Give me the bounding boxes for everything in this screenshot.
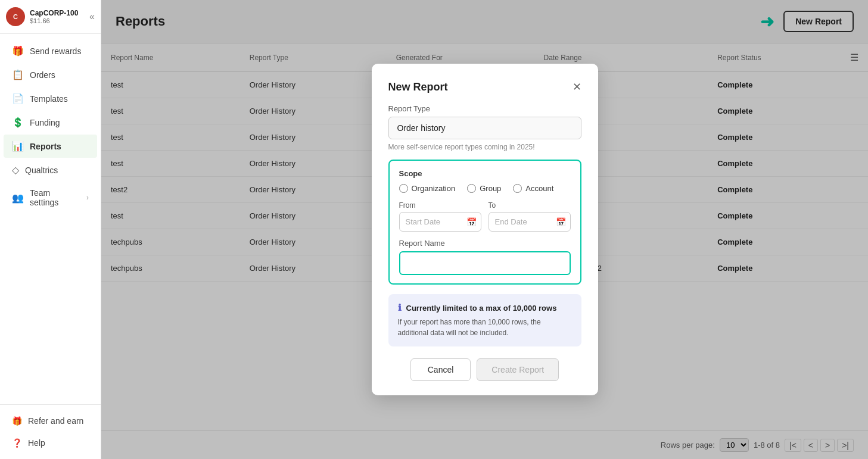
templates-icon: 📄: [12, 93, 24, 104]
date-row: From 📅 To 📅: [399, 201, 571, 232]
sidebar-bottom-label: Help: [28, 438, 45, 448]
start-date-input[interactable]: [399, 212, 481, 232]
collapse-sidebar-button[interactable]: «: [89, 11, 95, 22]
sidebar-item-team-settings[interactable]: 👥 Team settings ›: [4, 182, 97, 213]
info-title: Currently limited to a max of 10,000 row…: [406, 304, 557, 313]
help-icon: ❓: [12, 438, 22, 448]
to-field: To 📅: [489, 201, 571, 232]
sidebar-item-orders[interactable]: 📋 Orders: [4, 63, 97, 86]
report-type-display[interactable]: Order history: [388, 117, 581, 139]
scope-radio-account[interactable]: [513, 184, 522, 193]
info-text: If your report has more than 10,000 rows…: [398, 317, 572, 338]
funding-icon: 💲: [12, 117, 24, 128]
scope-option-account[interactable]: Account: [513, 184, 553, 193]
start-date-wrap: 📅: [399, 212, 481, 232]
user-name: CapCORP-100: [30, 9, 78, 17]
sidebar-item-label: Team settings: [30, 188, 80, 207]
chevron-right-icon: ›: [86, 193, 89, 202]
refer-icon: 🎁: [12, 416, 22, 426]
report-type-hint: More self-service report types coming in…: [388, 143, 581, 151]
close-modal-button[interactable]: ✕: [573, 80, 581, 93]
sidebar-item-send-rewards[interactable]: 🎁 Send rewards: [4, 39, 97, 63]
end-date-wrap: 📅: [489, 212, 571, 232]
team-settings-icon: 👥: [12, 192, 24, 204]
modal-overlay: New Report ✕ Report Type Order history M…: [101, 0, 868, 459]
report-name-label: Report Name: [399, 239, 571, 248]
report-name-input[interactable]: [399, 251, 571, 275]
report-type-label: Report Type: [388, 104, 581, 113]
new-report-modal: New Report ✕ Report Type Order history M…: [372, 64, 598, 395]
user-info: CapCORP-100 $11.66: [30, 9, 78, 24]
orders-icon: 📋: [12, 69, 24, 80]
sidebar-item-label: Reports: [30, 142, 61, 151]
scope-options: Organization Group Account: [399, 184, 571, 193]
sidebar-item-reports[interactable]: 📊 Reports: [4, 135, 97, 158]
user-balance: $11.66: [30, 17, 78, 24]
modal-footer: Cancel Create Report: [388, 358, 581, 381]
sidebar-item-templates[interactable]: 📄 Templates: [4, 87, 97, 110]
avatar: C: [6, 7, 25, 26]
scope-box: Scope Organization Group Account: [388, 160, 581, 285]
scope-radio-organization[interactable]: [399, 184, 408, 193]
sidebar-item-funding[interactable]: 💲 Funding: [4, 111, 97, 134]
to-label: To: [489, 201, 571, 210]
reports-icon: 📊: [12, 140, 24, 152]
scope-option-organization[interactable]: Organization: [399, 184, 456, 193]
main-content: Reports ➜ New Report Report Name Report …: [101, 0, 868, 459]
send-rewards-icon: 🎁: [12, 45, 24, 57]
scope-radio-group[interactable]: [467, 184, 476, 193]
sidebar-item-label: Templates: [30, 94, 68, 104]
sidebar-item-qualtrics[interactable]: ◇ Qualtrics: [4, 158, 97, 182]
sidebar-item-refer[interactable]: 🎁 Refer and earn: [4, 410, 97, 432]
from-label: From: [399, 201, 481, 210]
qualtrics-icon: ◇: [12, 164, 19, 176]
modal-header: New Report ✕: [388, 80, 581, 93]
sidebar-item-label: Orders: [30, 70, 55, 80]
info-box: ℹ Currently limited to a max of 10,000 r…: [388, 294, 581, 346]
cancel-button[interactable]: Cancel: [410, 358, 471, 381]
sidebar-bottom-label: Refer and earn: [28, 416, 83, 426]
sidebar-item-label: Send rewards: [30, 46, 81, 56]
sidebar-nav: 🎁 Send rewards 📋 Orders 📄 Templates 💲 Fu…: [0, 34, 101, 404]
info-box-header: ℹ Currently limited to a max of 10,000 r…: [398, 302, 572, 313]
create-report-button[interactable]: Create Report: [477, 358, 559, 381]
sidebar-user: C CapCORP-100 $11.66: [6, 7, 78, 26]
from-field: From 📅: [399, 201, 481, 232]
scope-label: Scope: [399, 169, 571, 178]
end-date-input[interactable]: [489, 212, 571, 232]
sidebar-bottom: 🎁 Refer and earn ❓ Help: [0, 404, 101, 459]
scope-option-group[interactable]: Group: [467, 184, 501, 193]
sidebar-header: C CapCORP-100 $11.66 «: [0, 0, 101, 34]
sidebar: C CapCORP-100 $11.66 « 🎁 Send rewards 📋 …: [0, 0, 101, 459]
modal-title: New Report: [388, 81, 448, 93]
sidebar-item-help[interactable]: ❓ Help: [4, 432, 97, 454]
sidebar-item-label: Qualtrics: [25, 166, 58, 175]
sidebar-item-label: Funding: [30, 118, 60, 127]
info-icon: ℹ: [398, 302, 402, 313]
